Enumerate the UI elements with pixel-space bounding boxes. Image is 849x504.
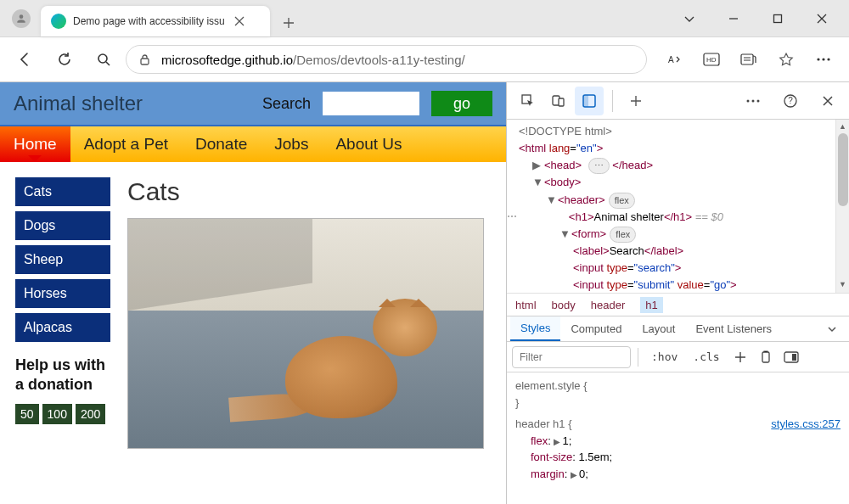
devtools-help-button[interactable]: ?: [776, 87, 805, 115]
nav-item-donate[interactable]: Donate: [182, 126, 261, 162]
nav-item-adopt[interactable]: Adopt a Pet: [70, 126, 182, 162]
reader-button[interactable]: [732, 42, 766, 76]
sidebar-item-alpacas[interactable]: Alpacas: [15, 313, 110, 342]
scroll-down-icon[interactable]: ▼: [839, 279, 846, 291]
donate-200[interactable]: 200: [76, 404, 105, 424]
donate-50[interactable]: 50: [15, 404, 39, 424]
crumb-html[interactable]: html: [515, 299, 537, 311]
svg-rect-12: [559, 98, 564, 106]
sidebar-item-sheep[interactable]: Sheep: [15, 245, 110, 274]
donation-heading: Help us with a donation: [15, 356, 110, 395]
dom-tree[interactable]: ▲ ▼ <!DOCTYPE html> <html lang="en"> ▶<h…: [507, 120, 849, 293]
hov-toggle[interactable]: :hov: [645, 348, 683, 366]
search-input[interactable]: [323, 92, 419, 115]
rule-selector: header h1 {: [515, 417, 572, 430]
sidebar-item-horses[interactable]: Horses: [15, 279, 110, 308]
stylesheet-link[interactable]: styles.css:257: [771, 416, 841, 433]
element-style-open: element.style {: [515, 379, 588, 392]
ellipsis-pill[interactable]: ⋯: [588, 158, 610, 174]
computed-panel-icon[interactable]: [780, 346, 802, 368]
window-close-button[interactable]: [810, 7, 834, 31]
nav-item-about[interactable]: About Us: [322, 126, 415, 162]
svg-rect-6: [741, 54, 753, 64]
overflow-menu-button[interactable]: [807, 42, 841, 76]
new-style-rule-button[interactable]: [729, 346, 751, 368]
svg-text:A: A: [668, 55, 674, 64]
sidebar: Cats Dogs Sheep Horses Alpacas Help us w…: [15, 177, 110, 449]
svg-point-15: [747, 99, 750, 102]
site-title: Animal shelter: [14, 92, 143, 115]
devtools-toolbar: ?: [507, 82, 849, 120]
nav-item-home[interactable]: Home: [0, 126, 70, 162]
dom-scrollbar[interactable]: ▲ ▼: [835, 120, 849, 293]
device-emulation-button[interactable]: [544, 87, 573, 115]
donate-100[interactable]: 100: [42, 404, 72, 424]
refresh-button[interactable]: [48, 42, 82, 76]
address-bar[interactable]: microsoftedge.github.io/Demos/devtools-a…: [126, 45, 647, 74]
devtools-new-tab-button[interactable]: [621, 87, 650, 115]
svg-point-1: [98, 54, 107, 63]
devtools-more-button[interactable]: [739, 87, 767, 115]
crumb-body[interactable]: body: [552, 299, 576, 311]
scroll-up-icon[interactable]: ▲: [839, 121, 846, 133]
browser-tab[interactable]: Demo page with accessibility issu: [41, 6, 270, 36]
tab-title: Demo page with accessibility issu: [73, 15, 225, 27]
tab-close-button[interactable]: [233, 15, 245, 27]
nav-item-jobs[interactable]: Jobs: [261, 126, 322, 162]
profile-avatar[interactable]: [12, 9, 31, 28]
svg-rect-2: [141, 59, 149, 64]
url-text: microsoftedge.github.io/Demos/devtools-a…: [161, 53, 465, 67]
elements-tab-button[interactable]: [575, 87, 604, 115]
crumb-header[interactable]: header: [591, 299, 625, 311]
sidebar-item-dogs[interactable]: Dogs: [15, 211, 110, 240]
expand-toggle[interactable]: ▼: [546, 192, 556, 209]
selected-dom-node[interactable]: ⋯ <h1>Animal shelter</h1> == $0: [519, 209, 849, 226]
svg-text:?: ?: [788, 96, 793, 105]
expand-shorthand-icon[interactable]: ▶: [554, 435, 560, 448]
devtools-close-button[interactable]: [813, 87, 842, 115]
styles-tabs: Styles Computed Layout Event Listeners: [507, 316, 849, 342]
tab-layout[interactable]: Layout: [632, 317, 685, 340]
tab-actions-button[interactable]: [678, 7, 701, 31]
favorite-button[interactable]: [769, 42, 803, 76]
lock-icon: [138, 53, 151, 66]
styles-pane-icon[interactable]: [755, 346, 777, 368]
tab-computed[interactable]: Computed: [560, 317, 632, 340]
search-label: Search: [262, 95, 311, 113]
expand-panes-button[interactable]: [818, 324, 846, 334]
svg-rect-0: [774, 15, 782, 23]
expand-toggle[interactable]: ▼: [559, 226, 570, 243]
new-tab-button[interactable]: [275, 9, 302, 36]
styles-rules[interactable]: element.style { } styles.css:257 header …: [507, 372, 849, 504]
svg-point-7: [817, 58, 819, 60]
search-submit-button[interactable]: go: [431, 91, 492, 116]
search-button[interactable]: [87, 42, 121, 76]
page-heading: Cats: [127, 177, 484, 206]
expand-shorthand-icon[interactable]: ▶: [571, 468, 577, 481]
back-button[interactable]: [8, 42, 42, 76]
edge-favicon-icon: [51, 14, 66, 29]
svg-point-16: [752, 99, 755, 102]
scroll-thumb[interactable]: [838, 133, 848, 206]
tab-event-listeners[interactable]: Event Listeners: [685, 317, 782, 340]
flex-badge: flex: [609, 193, 635, 209]
expand-toggle[interactable]: ▼: [532, 174, 543, 191]
svg-rect-22: [792, 354, 796, 361]
tab-styles[interactable]: Styles: [510, 316, 560, 341]
hd-button[interactable]: HD: [694, 42, 728, 76]
devtools-panel: ? ▲ ▼ <!DOCTYPE html> <html lang="en"> ▶…: [507, 82, 849, 504]
cat-photo: [127, 218, 484, 449]
cls-toggle[interactable]: .cls: [687, 348, 725, 366]
dom-breadcrumb: html body header h1: [507, 293, 849, 316]
window-controls: [667, 0, 844, 37]
window-maximize-button[interactable]: [766, 7, 790, 31]
browser-toolbar: microsoftedge.github.io/Demos/devtools-a…: [0, 37, 849, 81]
expand-toggle[interactable]: ▶: [532, 157, 543, 174]
element-style-close: }: [515, 396, 519, 409]
inspect-element-button[interactable]: [514, 87, 543, 115]
read-aloud-button[interactable]: A: [657, 42, 691, 76]
window-minimize-button[interactable]: [722, 7, 745, 31]
styles-filter-input[interactable]: [512, 346, 631, 368]
crumb-h1[interactable]: h1: [640, 297, 662, 313]
sidebar-item-cats[interactable]: Cats: [15, 177, 110, 206]
